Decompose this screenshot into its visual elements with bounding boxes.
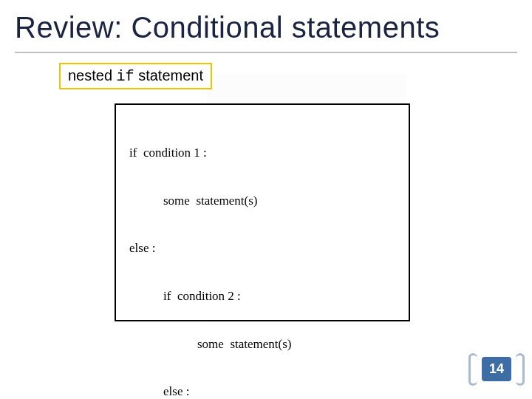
label-pre: nested [68, 67, 117, 83]
page-bracket-left-icon [468, 353, 477, 386]
cond-2: condition 2 : [177, 289, 241, 303]
title-underline [15, 52, 517, 53]
nested-if-label: nested if statement [59, 63, 212, 89]
slide-title: Review: Conditional statements [15, 11, 440, 44]
slide: Review: Conditional statements nested if… [0, 0, 532, 399]
cond-1: condition 1 : [143, 146, 207, 160]
page-bracket-right-icon [516, 353, 525, 386]
code-frame: if condition 1 : some statement(s) else … [115, 103, 410, 321]
kw-else-2: else : [129, 384, 398, 399]
kw-else-1: else : [129, 241, 398, 256]
page-number: 14 [482, 357, 511, 381]
stmt-2: some statement(s) [129, 337, 398, 352]
kw-if-2: if [163, 289, 177, 303]
stmt-1: some statement(s) [129, 194, 398, 208]
code-block: if condition 1 : some statement(s) else … [129, 117, 398, 399]
kw-if-1: if [129, 146, 143, 160]
label-post: statement [134, 67, 203, 83]
label-mono: if [117, 68, 134, 85]
